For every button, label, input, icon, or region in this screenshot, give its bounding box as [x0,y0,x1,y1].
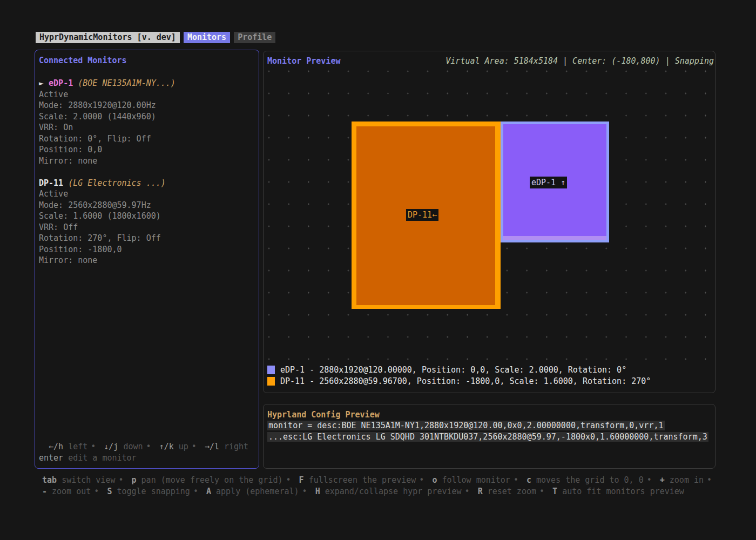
hint-key-enter: enter [39,453,63,463]
monitor-mode: Mode: 2560x2880@59.97Hz [39,200,256,211]
monitor-status: Active [39,89,256,100]
hint-separator: • [91,442,96,451]
monitor-name: eDP-1 [49,78,73,88]
selection-arrow-icon: ► [39,78,44,88]
help-key: F [299,475,304,485]
help-key: T [552,487,557,496]
hint-desc: down [123,442,143,451]
preview-status-info: Virtual Area: 5184x5184 | Center: (-180,… [446,56,714,67]
config-monitor-line-1: monitor = desc:BOE NE135A1M-NY1,2880x192… [267,420,665,431]
monitor-mode: Mode: 2880x1920@120.00Hz [39,100,256,111]
help-separator: • [302,487,307,496]
hint-key-right: →/l [205,442,219,451]
monitor-rotation: Rotation: 270°, Flip: Off [39,233,256,244]
help-desc: zoom out [52,487,91,496]
help-key: + [660,475,665,485]
legend-row-edp1: eDP-1 - 2880x1920@120.00000, Position: 0… [267,364,626,376]
help-desc: reset zoom [488,487,536,496]
monitor-status: Active [39,188,256,200]
monitor-position: Position: -1800,0 [39,244,256,255]
hint-desc: right [224,442,248,451]
help-key: S [107,487,112,496]
app-window: HyprDynamicMonitors [v. dev] Monitors Pr… [0,0,756,540]
hint-key-up: ↑/k [159,442,174,451]
help-desc: follow monitor [442,475,510,485]
config-panel-title: Hyprland Config Preview [267,409,380,421]
tab-monitors[interactable]: Monitors [184,32,230,43]
monitor-mirror: Mirror: none [39,255,256,266]
monitor-preview-title: Monitor Preview [267,56,340,67]
help-desc: switch view [62,475,115,485]
help-desc: toggle snapping [117,487,190,496]
help-separator: • [707,475,712,485]
help-desc: apply (ephemeral) [216,487,299,496]
monitor-list: ► eDP-1 (BOE NE135A1M-NY...) Active Mode… [39,78,256,266]
help-desc: expand/collapse hypr preview [325,487,462,496]
monitor-vrr: VRR: On [39,122,256,133]
help-separator: • [465,487,470,496]
tab-bar: HyprDynamicMonitors [v. dev] Monitors Pr… [36,32,275,43]
help-separator: • [94,487,99,496]
edp1-bottom-strip [503,236,606,240]
help-bar-row1: tab switch view• p pan (move freely on t… [42,475,739,486]
help-separator: • [514,475,518,485]
help-desc: zoom in [670,475,704,485]
help-separator: • [647,475,652,485]
help-key: o [432,475,437,485]
help-key: c [526,475,531,485]
help-key: tab [42,475,57,485]
connected-monitors-title: Connected Monitors [39,55,127,66]
legend-swatch-edp1 [267,366,275,374]
help-key: p [132,475,137,485]
help-bar-row2: - zoom out• S toggle snapping• A apply (… [42,486,739,497]
help-key: H [315,487,320,496]
monitor-preview-panel: Monitor Preview Virtual Area: 5184x5184 … [263,51,716,393]
legend-text-dp11: DP-11 - 2560x2880@59.96700, Position: -1… [280,376,651,387]
monitor-scale: Scale: 2.0000 (1440x960) [39,111,256,123]
hyprland-config-panel: Hyprland Config Preview monitor = desc:B… [263,404,716,469]
dp11-rect-label: DP-11← [406,209,438,221]
tab-profile[interactable]: Profile [234,32,275,43]
help-separator: • [118,475,123,485]
help-separator: • [193,487,198,496]
monitor-description: (LG Electronics ...) [68,178,166,188]
monitor-name: DP-11 [39,178,63,188]
help-desc: pan (move freely on the grid) [141,475,283,485]
monitor-description: (BOE NE135A1M-NY...) [78,78,176,88]
hint-key-left: ←/h [49,442,63,451]
hint-separator: • [146,442,151,451]
help-separator: • [286,475,291,485]
hint-desc: edit a monitor [68,453,136,463]
monitor-entry-dp11[interactable]: DP-11 (LG Electronics ...) Active Mode: … [39,178,256,266]
help-desc: moves the grid to 0, 0 [536,475,644,485]
app-title: HyprDynamicMonitors [v. dev] [36,32,180,43]
legend-row-dp11: DP-11 - 2560x2880@59.96700, Position: -1… [267,376,651,387]
navigation-hints: ←/h left• ↓/j down• ↑/k up• →/l right en… [39,441,256,463]
help-separator: • [419,475,424,485]
monitor-position: Position: 0,0 [39,144,256,156]
help-desc: auto fit monitors preview [562,487,684,496]
monitor-vrr: VRR: Off [39,222,256,233]
hint-desc: left [68,442,87,451]
help-separator: • [539,487,544,496]
legend-text-edp1: eDP-1 - 2880x1920@120.00000, Position: 0… [280,364,626,376]
monitor-rotation: Rotation: 0°, Flip: Off [39,133,256,145]
monitor-scale: Scale: 1.6000 (1800x1600) [39,211,256,222]
edp1-rect-label: eDP-1 ↑ [530,177,567,188]
legend-swatch-dp11 [267,377,275,386]
help-key: - [42,487,47,496]
monitor-entry-edp1[interactable]: ► eDP-1 (BOE NE135A1M-NY...) Active Mode… [39,78,256,166]
hint-key-down: ↓/j [104,442,118,451]
help-desc: fullscreen the preview [309,475,416,485]
monitor-mirror: Mirror: none [39,156,256,167]
config-monitor-line-2: ...esc:LG Electronics LG SDQHD 301NTBKDU… [267,431,708,443]
hint-desc: up [179,442,188,451]
hint-separator: • [192,442,197,451]
help-key: A [206,487,211,496]
help-key: R [478,487,483,496]
connected-monitors-panel: Connected Monitors ► eDP-1 (BOE NE135A1M… [35,50,259,469]
